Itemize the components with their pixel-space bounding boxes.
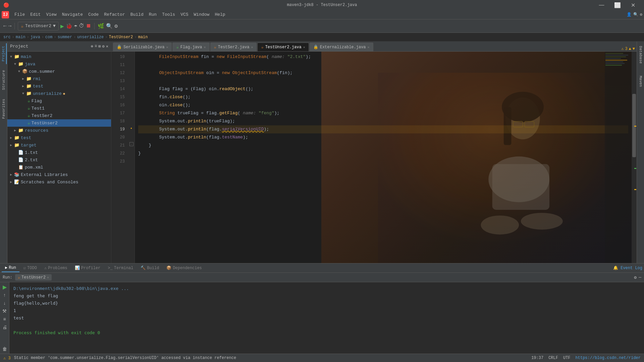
csdn-link[interactable]: https://blog.csdn.net/rider [576,356,641,360]
editor-scrollbar[interactable] [632,52,637,263]
menu-run[interactable]: Run [146,11,159,18]
debug-button[interactable]: 🐞 [66,23,72,29]
git-icon[interactable]: 🌿 [98,23,104,29]
breadcrumb-com[interactable]: com [45,35,53,40]
tree-item-testser2[interactable]: ☕ TestSer2 [7,112,111,119]
menu-window[interactable]: Window [191,11,212,18]
toolbar-forward[interactable]: → [8,23,12,29]
tab-serializable[interactable]: 🔒 Serializable.java ✕ [113,43,172,51]
breadcrumb-summer[interactable]: summer [58,35,72,40]
wrap-button[interactable]: ⚒ [1,308,8,314]
run-minimize-icon[interactable]: — [639,275,641,280]
tab-testser2[interactable]: ☕ TestSer2.java ✕ [210,43,257,51]
profile-button[interactable]: ⏱ [79,23,84,29]
project-close-icon[interactable]: ✕ [106,44,108,49]
gutter-fold-21[interactable]: - [128,140,135,148]
project-collapse-icon[interactable]: ≡ [95,44,97,49]
project-tab[interactable]: Project [1,43,7,64]
clear-console-button[interactable]: 🗑 [1,346,8,352]
tab-close-externalizable[interactable]: ✕ [368,45,370,49]
breadcrumb-main[interactable]: main [16,35,25,40]
code-editor[interactable]: FileInputStream fin = new FileInputStrea… [135,52,632,263]
tab-close-testunser2[interactable]: ✕ [303,45,305,49]
tab-close-serializable[interactable]: ✕ [166,45,168,49]
favorites-tab[interactable]: Favorites [1,96,6,121]
event-log-badge[interactable]: 🔔 Event Log [613,265,642,270]
tab-build[interactable]: 🔨 Build [137,264,162,272]
tab-terminal[interactable]: >_ Terminal [104,264,137,272]
project-expand-all-icon[interactable]: ⊞ [98,44,101,49]
tree-item-resources[interactable]: ▶ 📁 resources [7,127,111,134]
encoding-indicator[interactable]: UTF [563,356,571,360]
tree-item-scratches[interactable]: ▶ 📝 Scratches and Consoles [7,178,111,186]
tree-item-ext-libs[interactable]: ▶ 📚 External Libraries [7,171,111,178]
tab-problems[interactable]: ⚠ Problems [41,264,71,272]
tree-item-flag[interactable]: ☕ Flag [7,97,111,105]
project-settings-icon[interactable]: ⚙ [102,44,105,49]
warning-down-arrow[interactable]: ▼ [633,47,635,51]
tab-testunser2[interactable]: ☕ TestUnser2.java ✕ [257,43,309,51]
settings-icon[interactable]: ⚙ [640,12,642,17]
menu-help[interactable]: Help [212,11,228,18]
fold-lines-button[interactable]: ≡ [1,316,8,322]
tab-run[interactable]: ▶ Run [2,264,19,272]
tree-item-test-pkg[interactable]: ▶ 📁 test [7,82,111,90]
run-active-tab[interactable]: ☕ TestUnser2 ✕ [15,274,52,281]
menu-tools[interactable]: Tools [159,11,178,18]
breadcrumb-java[interactable]: java [31,35,40,40]
tab-externalizable[interactable]: 🔒 Externalizable.java ✕ [310,43,373,51]
scroll-up-button[interactable]: ↑ [1,292,8,298]
run-config-selector[interactable]: ☕ TestUnser2 ▼ [18,22,59,31]
coverage-button[interactable]: ☂ [74,23,77,29]
tab-dependencies[interactable]: 📦 Dependencies [163,264,205,272]
menu-refactor[interactable]: Refactor [101,11,127,18]
menu-vcs[interactable]: VCS [178,11,191,18]
tree-item-testunser2[interactable]: ☕ TestUnser2 [7,119,111,127]
menu-build[interactable]: Build [128,11,146,18]
breadcrumb-class[interactable]: TestUnser2 [109,35,133,40]
run-button[interactable]: ▶ [60,22,64,30]
run-settings-icon[interactable]: ⚙ [634,275,637,280]
warning-up-arrow[interactable]: ▲ [629,47,631,51]
maven-tab[interactable]: Maven [638,73,643,89]
tab-profiler[interactable]: 📊 Profiler [71,264,104,272]
tree-item-main[interactable]: ▼ 📁 main [7,53,111,60]
tab-close-flag[interactable]: ✕ [204,45,206,49]
menu-navigate[interactable]: Navigate [59,11,86,18]
toolbar-back[interactable]: ← [3,23,7,29]
breadcrumb-unserialize[interactable]: unserialize [77,35,104,40]
tree-item-rmi[interactable]: ▶ 📁 rmi [7,75,111,82]
menu-edit[interactable]: Edit [28,11,43,18]
search-everywhere[interactable]: 🔍 [106,23,113,29]
tree-item-package[interactable]: ▼ 📦 com.summer [7,68,111,75]
settings-gear[interactable]: ⚙ [114,23,118,29]
tab-todo[interactable]: ☑ TODO [20,264,40,272]
menu-code[interactable]: Code [86,11,101,18]
structure-left-tab[interactable]: Structure [1,67,6,93]
search-icon[interactable]: 🔍 [633,12,638,17]
menu-view[interactable]: View [43,11,59,18]
breadcrumb-src[interactable]: src [3,35,11,40]
line-separator[interactable]: CRLF [548,356,558,360]
tree-item-target[interactable]: ▶ 📁 target [7,141,111,149]
tree-item-1txt[interactable]: ▶ 📄 1.txt [7,149,111,156]
rerun-button[interactable]: ▶ [1,284,8,290]
tree-item-test-root[interactable]: ▶ 📁 test [7,134,111,141]
minimize-button[interactable]: — [594,0,609,10]
print-button[interactable]: 🖨 [1,324,8,330]
tree-item-pomxml[interactable]: ▶ 📋 pom.xml [7,164,111,171]
project-scope-icon[interactable]: ⊕ [91,44,93,49]
tab-close-testser2[interactable]: ✕ [251,45,253,49]
tree-item-2txt[interactable]: ▶ 📄 2.txt [7,156,111,164]
tab-flag[interactable]: ☕ Flag.java ✕ [172,43,209,51]
tree-item-test1[interactable]: ☕ Test1 [7,105,111,112]
close-button[interactable]: ✕ [626,0,641,10]
scroll-down-button[interactable]: ↓ [1,300,8,306]
tree-item-unserialize[interactable]: ▼ 📁 unserialize ✱ [7,90,111,97]
menu-file[interactable]: File [12,11,28,18]
database-tab[interactable]: Database [638,43,643,66]
run-tab-close-icon[interactable]: ✕ [47,276,49,280]
maximize-button[interactable]: ⬜ [610,0,625,10]
breadcrumb-method[interactable]: main [138,35,148,40]
tree-item-java[interactable]: ▼ 📁 java [7,60,111,68]
